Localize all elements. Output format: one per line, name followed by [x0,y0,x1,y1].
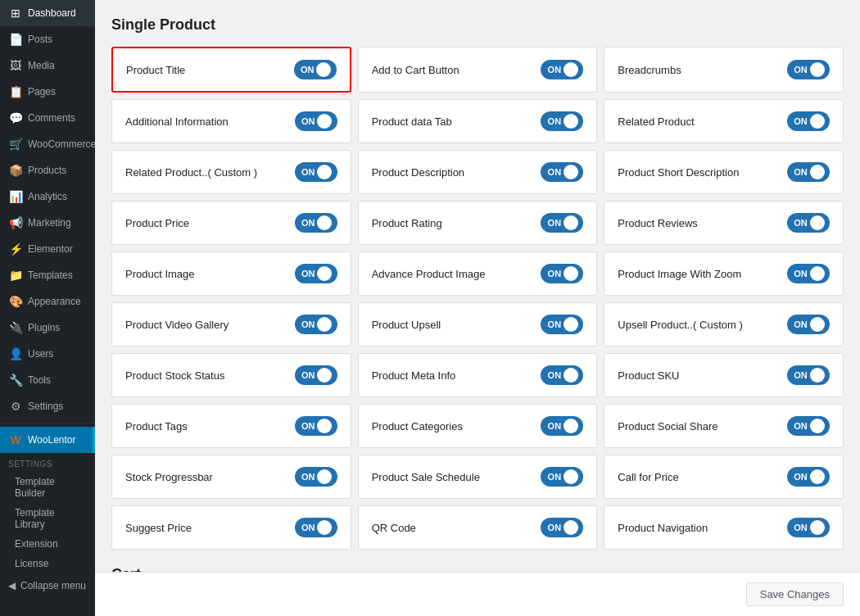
toggle-switch-product-sku[interactable]: ON [787,365,830,385]
cart-section: Cart Product Cart TableONProduct Cart To… [111,566,844,572]
toggle-switch-advance-product-image[interactable]: ON [541,264,583,283]
toggle-switch-suggest-price[interactable]: ON [295,518,337,537]
toggle-on-label: ON [301,65,315,75]
toggle-knob [564,469,578,484]
toggle-knob [810,419,825,433]
toggle-switch-product-upsell[interactable]: ON [541,315,583,334]
toggle-row: Product TagsONProduct CategoriesONProduc… [111,404,844,448]
collapse-menu-button[interactable]: ◀Collapse menu [0,573,95,598]
pages-icon: 📋 [8,85,23,98]
toggle-card-product-sale-schedule: Product Sale ScheduleON [358,455,598,499]
toggle-card-product-short-description: Product Short DescriptionON [604,150,844,194]
toggle-switch-stock-progressbar[interactable]: ON [295,467,337,487]
toggle-on-label: ON [301,421,315,431]
sidebar-subitem-extension[interactable]: Extension [0,534,95,554]
toggle-switch-related-product-custom[interactable]: ON [295,162,337,182]
toggle-knob [317,368,332,383]
sidebar-item-posts[interactable]: 📄Posts [0,26,95,52]
settings-section-label: Settings [0,453,95,472]
sidebar-item-analytics[interactable]: 📊Analytics [0,183,95,210]
toggle-switch-product-title[interactable]: ON [294,60,337,79]
sidebar-item-appearance[interactable]: 🎨Appearance [0,288,95,315]
sidebar-item-products[interactable]: 📦Products [0,157,95,183]
toggle-switch-product-rating[interactable]: ON [541,213,583,233]
toggle-knob [810,317,825,332]
toggle-switch-product-short-description[interactable]: ON [787,162,830,182]
plugins-icon: 🔌 [8,321,23,334]
dashboard-icon: ⊞ [8,7,23,20]
toggle-switch-product-sale-schedule[interactable]: ON [541,467,583,487]
sidebar-item-elementor[interactable]: ⚡Elementor [0,236,95,262]
sidebar-item-dashboard[interactable]: ⊞Dashboard [0,0,95,26]
toggle-knob [810,368,825,383]
toggle-switch-product-categories[interactable]: ON [541,416,583,436]
sidebar-item-tools[interactable]: 🔧Tools [0,367,95,393]
toggle-label-product-price: Product Price [125,217,189,229]
toggle-switch-related-product[interactable]: ON [787,111,830,131]
toggle-knob [564,368,578,383]
toggle-switch-product-image[interactable]: ON [295,264,337,283]
toggle-switch-product-image-with-zoom[interactable]: ON [787,264,830,283]
sidebar-subitem-template-library[interactable]: Template Library [0,503,95,534]
main-content: Single Product Product TitleONAdd to Car… [95,0,860,572]
sidebar-item-settings[interactable]: ⚙Settings [0,393,95,419]
toggle-label-call-for-price: Call for Price [618,471,678,483]
sidebar-item-woolentor[interactable]: WWooLentor [0,427,95,453]
toggle-on-label: ON [794,472,808,482]
toggle-card-product-navigation: Product NavigationON [604,505,844,550]
toggle-label-suggest-price: Suggest Price [125,522,192,534]
cart-title: Cart [111,566,844,572]
sidebar-item-pages[interactable]: 📋Pages [0,79,95,105]
toggle-on-label: ON [301,472,315,482]
single-product-section: Single Product Product TitleONAdd to Car… [111,16,844,550]
toggle-card-product-image: Product ImageON [111,251,351,296]
elementor-icon: ⚡ [8,242,23,256]
toggle-on-label: ON [794,523,808,532]
toggle-switch-product-reviews[interactable]: ON [787,213,830,233]
sidebar-subitem-template-builder[interactable]: Template Builder [0,472,95,503]
sidebar-item-comments[interactable]: 💬Comments [0,105,95,131]
toggle-label-upsell-product-custom: Upsell Product..( Custom ) [618,319,742,331]
toggle-row: Product PriceONProduct RatingONProduct R… [111,201,844,245]
toggle-switch-breadcrumbs[interactable]: ON [787,60,830,79]
toggle-switch-product-social-share[interactable]: ON [787,416,830,436]
toggle-card-product-video-gallery: Product Video GalleryON [111,302,351,346]
toggle-card-related-product-custom: Related Product..( Custom )ON [111,150,351,194]
tools-icon: 🔧 [8,374,23,387]
toggle-switch-product-navigation[interactable]: ON [787,518,830,537]
toggle-card-product-upsell: Product UpsellON [358,302,598,346]
toggle-row: Suggest PriceONQR CodeONProduct Navigati… [111,505,844,550]
sidebar-item-woocommerce[interactable]: 🛒WooCommerce [0,131,95,157]
toggle-label-product-reviews: Product Reviews [618,217,698,229]
toggle-switch-qr-code[interactable]: ON [541,518,583,537]
toggle-label-product-sku: Product SKU [618,369,679,382]
toggle-card-product-title: Product TitleON [111,47,351,93]
sidebar-item-plugins[interactable]: 🔌Plugins [0,315,95,341]
toggle-switch-product-description[interactable]: ON [541,162,583,182]
sidebar: ⊞Dashboard📄Posts🖼Media📋Pages💬Comments🛒Wo… [0,0,95,616]
sidebar-item-templates[interactable]: 📁Templates [0,262,95,288]
save-changes-button[interactable]: Save Changes [746,582,844,606]
toggle-switch-call-for-price[interactable]: ON [787,467,830,487]
sidebar-item-media[interactable]: 🖼Media [0,52,95,79]
toggle-switch-product-video-gallery[interactable]: ON [295,315,337,334]
toggle-switch-product-tags[interactable]: ON [295,416,337,436]
toggle-switch-product-meta-info[interactable]: ON [541,365,583,385]
users-icon: 👤 [8,347,23,360]
sidebar-item-marketing[interactable]: 📢Marketing [0,210,95,236]
toggle-label-product-meta-info: Product Meta Info [372,369,456,382]
toggle-switch-product-price[interactable]: ON [295,213,337,233]
toggle-on-label: ON [548,116,562,126]
toggle-card-product-social-share: Product Social ShareON [604,404,844,448]
toggle-switch-product-stock-status[interactable]: ON [295,365,337,385]
sidebar-subitem-license[interactable]: License [0,554,95,573]
toggle-switch-add-to-cart-button[interactable]: ON [541,60,583,79]
sidebar-item-users[interactable]: 👤Users [0,341,95,367]
toggle-switch-additional-information[interactable]: ON [295,111,337,131]
toggle-label-product-video-gallery: Product Video Gallery [125,319,229,331]
toggle-label-add-to-cart-button: Add to Cart Button [372,64,459,76]
toggle-label-product-sale-schedule: Product Sale Schedule [372,471,480,483]
comments-icon: 💬 [8,111,23,125]
toggle-switch-upsell-product-custom[interactable]: ON [787,315,830,334]
toggle-switch-product-data-tab[interactable]: ON [541,111,583,131]
